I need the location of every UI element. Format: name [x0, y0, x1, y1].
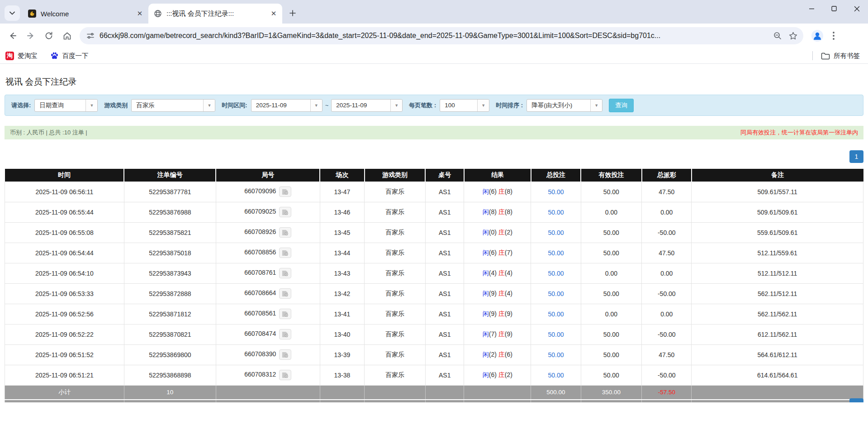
video-replay-icon[interactable] — [279, 288, 291, 299]
cell-valid-bet: 50.00 — [581, 344, 642, 365]
page-1-button-bottom[interactable]: 1 — [849, 398, 863, 402]
zoom-out-icon[interactable] — [773, 31, 782, 40]
cell-payout: 0.00 — [642, 304, 692, 324]
total-total-bet: 500.00 — [531, 400, 581, 402]
home-button[interactable] — [59, 28, 75, 44]
per-page-select[interactable]: 100 ▼ — [440, 99, 489, 112]
search-button[interactable]: 查询 — [609, 99, 634, 112]
round-number: 660708664 — [244, 289, 276, 296]
cell-payout: -50.00 — [642, 283, 692, 304]
video-replay-icon[interactable] — [279, 227, 291, 238]
date-end-select[interactable]: 2025-11-09 ▼ — [331, 99, 403, 112]
page-1-button[interactable]: 1 — [849, 150, 863, 163]
total-bet-link[interactable]: 50.00 — [548, 351, 564, 358]
round-number: 660708390 — [244, 350, 276, 358]
baidu-paw-icon — [50, 52, 59, 60]
cell-session: 13-46 — [320, 202, 365, 222]
bookmarks-divider — [812, 51, 813, 60]
total-bet-link[interactable]: 50.00 — [548, 372, 564, 379]
column-header: 总派彩 — [642, 169, 692, 181]
cell-session: 13-45 — [320, 222, 365, 243]
cell-round: 660708561 — [216, 304, 320, 324]
site-info-icon[interactable] — [86, 31, 95, 40]
subtotal-valid-bet: 350.00 — [581, 385, 642, 400]
close-window-button[interactable] — [845, 0, 868, 17]
new-tab-button[interactable] — [286, 6, 299, 20]
cell-valid-bet: 50.00 — [581, 283, 642, 304]
subtotal-payout: -57.50 — [642, 385, 692, 400]
table-header-row: 时间注单编号局号场次游戏类别桌号结果总投注有效投注总派彩备注 — [5, 169, 863, 181]
profile-avatar[interactable] — [810, 28, 825, 43]
cell-round: 660709096 — [216, 181, 320, 202]
cell-valid-bet: 0.00 — [581, 304, 642, 324]
video-replay-icon[interactable] — [279, 207, 291, 217]
maximize-button[interactable] — [823, 0, 845, 17]
tab-search-button[interactable] — [5, 5, 20, 21]
video-replay-icon[interactable] — [279, 329, 291, 339]
cell-bet-id: 522953868898 — [124, 365, 216, 385]
all-bookmarks-button[interactable]: 所有书签 — [821, 52, 860, 60]
browser-menu-icon[interactable] — [827, 28, 840, 43]
total-bet-link[interactable]: 50.00 — [548, 229, 564, 236]
cell-result: 闲(7) 庄(9) — [464, 324, 531, 344]
column-header: 时间 — [5, 169, 124, 181]
video-replay-icon[interactable] — [279, 370, 291, 380]
url-text[interactable]: 66cxkj98.com/game/betrecord_search/kind3… — [100, 32, 767, 40]
video-replay-icon[interactable] — [279, 248, 291, 258]
round-number: 660708926 — [244, 228, 276, 235]
date-start-select[interactable]: 2025-11-09 ▼ — [251, 99, 323, 112]
cell-session: 13-43 — [320, 263, 365, 283]
total-bet-link[interactable]: 50.00 — [548, 331, 564, 338]
cell-game: 百家乐 — [365, 222, 426, 243]
cell-result: 闲(0) 庄(2) — [464, 222, 531, 243]
cell-time: 2025-11-09 06:54:44 — [5, 243, 124, 263]
cell-time: 2025-11-09 06:51:21 — [5, 365, 124, 385]
window-controls — [800, 0, 868, 17]
minimize-button[interactable] — [800, 0, 823, 17]
game-type-select[interactable]: 百家乐 ▼ — [131, 99, 215, 112]
video-replay-icon[interactable] — [279, 268, 291, 278]
cell-table: AS1 — [425, 222, 464, 243]
video-replay-icon[interactable] — [279, 186, 291, 197]
cell-bet-id: 522953869800 — [124, 344, 216, 365]
sort-select[interactable]: 降幂(由大到小) ▼ — [526, 99, 602, 112]
column-header: 有效投注 — [581, 169, 642, 181]
total-bet-link[interactable]: 50.00 — [548, 310, 564, 318]
bookmark-baidu[interactable]: 百度一下 — [50, 52, 89, 60]
video-replay-icon[interactable] — [279, 349, 291, 360]
forward-button[interactable] — [23, 28, 39, 44]
browser-window: Welcome ✕ :::视讯 会员下注纪录::: ✕ — [0, 0, 868, 425]
total-bet-link[interactable]: 50.00 — [548, 188, 564, 196]
tab-welcome[interactable]: Welcome ✕ — [23, 4, 148, 24]
tab-title: :::视讯 会员下注纪录::: — [166, 10, 266, 18]
reload-button[interactable] — [41, 28, 57, 44]
total-bet-link[interactable]: 50.00 — [548, 249, 564, 257]
bookmark-aitaobao[interactable]: 淘 爱淘宝 — [5, 52, 38, 60]
back-button[interactable] — [5, 28, 21, 44]
cell-session: 13-44 — [320, 243, 365, 263]
column-header: 备注 — [692, 169, 863, 181]
total-bet-link[interactable]: 50.00 — [548, 290, 564, 297]
table-row: 2025-11-09 06:52:22522953870821660708474… — [5, 324, 863, 344]
globe-favicon — [154, 10, 162, 18]
video-replay-icon[interactable] — [279, 309, 291, 319]
url-bar[interactable]: 66cxkj98.com/game/betrecord_search/kind3… — [80, 27, 803, 44]
tab-close-icon[interactable]: ✕ — [136, 10, 144, 18]
total-bet-link[interactable]: 50.00 — [548, 270, 564, 277]
query-mode-select[interactable]: 日期查询 ▼ — [34, 99, 98, 112]
tab-close-icon[interactable]: ✕ — [270, 10, 278, 18]
cell-session: 13-47 — [320, 181, 365, 202]
cell-round: 660708664 — [216, 283, 320, 304]
column-header: 桌号 — [425, 169, 464, 181]
table-row: 2025-11-09 06:54:44522953875018660708856… — [5, 243, 863, 263]
cell-bet-id: 522953875018 — [124, 243, 216, 263]
total-row: 总计 10 500.00 350.00 -57.50 — [5, 400, 863, 402]
table-row: 2025-11-09 06:52:56522953871812660708561… — [5, 304, 863, 324]
tab-betrecord[interactable]: :::视讯 会员下注纪录::: ✕ — [148, 4, 282, 24]
chevron-down-icon: ▼ — [310, 100, 322, 111]
cell-valid-bet: 50.00 — [581, 324, 642, 344]
bookmark-star-icon[interactable] — [788, 31, 798, 41]
total-bet-link[interactable]: 50.00 — [548, 209, 564, 216]
table-row: 2025-11-09 06:51:21522953868898660708312… — [5, 365, 863, 385]
cell-game: 百家乐 — [365, 202, 426, 222]
